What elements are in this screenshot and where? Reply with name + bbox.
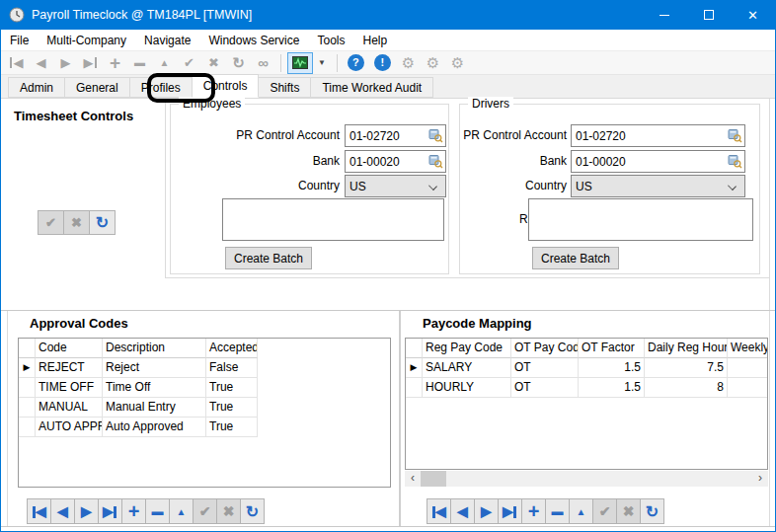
employees-remarks-field[interactable] [222, 198, 444, 241]
paycode-horizontal-scrollbar[interactable]: ‹ › [405, 471, 768, 487]
employees-country-select[interactable]: US [345, 175, 446, 197]
column-header-code[interactable]: Code [36, 339, 103, 358]
cell[interactable]: 7.5 [645, 358, 728, 378]
table-row[interactable]: AUTO APPROVAuto ApprovedTrue [19, 418, 390, 437]
nav-next-button[interactable]: ▶ [74, 498, 99, 524]
column-header-description[interactable]: Description [103, 339, 206, 358]
cell[interactable]: True [206, 398, 258, 418]
tab-time-worked-audit[interactable]: Time Worked Audit [310, 77, 433, 98]
nav-refresh-button[interactable]: ↻ [240, 498, 265, 524]
lookup-icon[interactable] [428, 154, 443, 172]
nav-cancel-button[interactable]: ✖ [216, 498, 241, 524]
cell[interactable]: Manual Entry [103, 398, 206, 418]
scroll-right-icon[interactable]: › [752, 471, 768, 487]
nav-first-button[interactable]: ◀ [27, 498, 51, 524]
table-row[interactable]: ▶REJECTRejectFalse [19, 358, 390, 378]
post-button[interactable]: ✔ [38, 210, 64, 235]
help-icon[interactable]: ? [348, 54, 364, 71]
cell[interactable]: MANUAL [36, 398, 103, 418]
employees-pr-control-account-field[interactable]: 01-02720 [345, 124, 446, 147]
cell[interactable] [728, 358, 768, 378]
tab-profiles[interactable]: Profiles [129, 77, 193, 98]
menu-multi-company[interactable]: Multi-Company [38, 30, 135, 50]
table-row[interactable]: HOURLYOT1.58 [406, 378, 767, 398]
cell[interactable]: 1.5 [579, 378, 645, 398]
cell[interactable]: Auto Approved [103, 418, 206, 437]
refresh-icon[interactable]: ↻ [226, 51, 251, 74]
drivers-bank-field[interactable]: 01-00020 [571, 150, 745, 173]
table-row[interactable]: MANUALManual EntryTrue [19, 398, 390, 418]
tab-shifts[interactable]: Shifts [258, 77, 311, 98]
cell[interactable] [728, 378, 768, 398]
about-icon[interactable]: ! [374, 54, 391, 71]
minimize-button[interactable] [642, 0, 686, 30]
delete-record-icon[interactable]: ▬ [127, 51, 152, 74]
drivers-pr-control-account-field[interactable]: 01-02720 [571, 124, 745, 147]
employees-bank-field[interactable]: 01-00020 [345, 150, 446, 173]
cell[interactable]: 1.5 [579, 358, 645, 378]
titlebar[interactable]: Payroll Timeclock @ TM184PL [TMWIN] ✕ [0, 0, 776, 30]
nav-delete-button[interactable]: ▬ [545, 498, 570, 524]
column-header-ot-factor[interactable]: OT Factor [579, 339, 645, 358]
nav-delete-button[interactable]: ▬ [145, 498, 170, 524]
cell[interactable]: True [206, 418, 258, 437]
nav-post-button[interactable]: ✔ [193, 498, 217, 524]
dropdown-caret-icon[interactable]: ▼ [313, 58, 331, 67]
menu-navigate[interactable]: Navigate [135, 30, 199, 50]
employees-create-batch-button[interactable]: Create Batch [225, 247, 312, 269]
tab-admin[interactable]: Admin [8, 77, 65, 98]
cell[interactable]: SALARY [423, 358, 511, 378]
drivers-create-batch-button[interactable]: Create Batch [532, 247, 619, 269]
maximize-button[interactable] [686, 0, 731, 30]
nav-next-button[interactable]: ▶ [474, 498, 499, 524]
cell[interactable]: 8 [645, 378, 728, 398]
column-header-accepted[interactable]: Accepted [206, 339, 258, 358]
nav-edit-button[interactable]: ▲ [169, 498, 194, 524]
column-header-weekly[interactable]: Weekly [728, 339, 768, 358]
table-row[interactable]: ▶SALARYOT1.57.5 [406, 358, 767, 378]
cell[interactable]: AUTO APPROV [36, 418, 103, 437]
nav-last-button[interactable]: ▶ [98, 498, 122, 524]
lookup-icon[interactable] [428, 128, 443, 146]
lookup-icon[interactable] [728, 154, 742, 172]
service-install-gear-icon[interactable]: ⚙ [421, 51, 445, 74]
edit-record-icon[interactable]: ▲ [152, 51, 177, 74]
drivers-country-select[interactable]: US [571, 175, 745, 197]
nav-prior-button[interactable]: ◀ [450, 498, 475, 524]
service-config-gear-icon[interactable]: ⚙ [445, 51, 470, 74]
tab-general[interactable]: General [64, 77, 130, 98]
nav-last-button[interactable]: ▶ [498, 498, 522, 524]
nav-cancel-button[interactable]: ✖ [616, 498, 641, 524]
nav-insert-button[interactable]: + [521, 498, 546, 524]
menu-tools[interactable]: Tools [308, 30, 353, 50]
nav-edit-button[interactable]: ▲ [569, 498, 593, 524]
cell[interactable]: False [206, 358, 258, 378]
post-edit-icon[interactable]: ✔ [177, 51, 201, 74]
lookup-icon[interactable] [728, 128, 742, 146]
menu-file[interactable]: File [1, 30, 38, 50]
cell[interactable]: True [206, 378, 258, 398]
close-button[interactable]: ✕ [731, 0, 775, 30]
tab-controls[interactable]: Controls [192, 74, 260, 98]
service-monitor-button[interactable]: ▼ [287, 52, 331, 74]
nav-first-button[interactable]: ◀ [427, 498, 451, 524]
scrollbar-thumb[interactable] [421, 471, 446, 487]
column-header-reg-pay-code[interactable]: Reg Pay Code [423, 339, 511, 358]
drivers-remarks-field[interactable] [528, 198, 753, 241]
cancel-edit-icon[interactable]: ✖ [201, 51, 226, 74]
cell[interactable]: OT [511, 358, 579, 378]
cell[interactable]: Reject [103, 358, 206, 378]
cell[interactable]: TIME OFF [36, 378, 103, 398]
nav-refresh-button[interactable]: ↻ [640, 498, 664, 524]
service-gear-icon[interactable]: ⚙ [396, 51, 421, 74]
column-header-daily-reg-hours[interactable]: Daily Reg Hours [645, 339, 728, 358]
prior-record-icon[interactable]: ◀ [29, 51, 53, 74]
menu-windows-service[interactable]: Windows Service [199, 30, 308, 50]
next-record-icon[interactable]: ▶ [53, 51, 78, 74]
search-binoculars-icon[interactable]: ∞ [251, 51, 275, 74]
scroll-left-icon[interactable]: ‹ [405, 471, 421, 487]
cancel-button[interactable]: ✖ [63, 210, 90, 235]
cell[interactable]: HOURLY [423, 378, 511, 398]
nav-insert-button[interactable]: + [121, 498, 146, 524]
refresh-button[interactable]: ↻ [89, 210, 116, 235]
